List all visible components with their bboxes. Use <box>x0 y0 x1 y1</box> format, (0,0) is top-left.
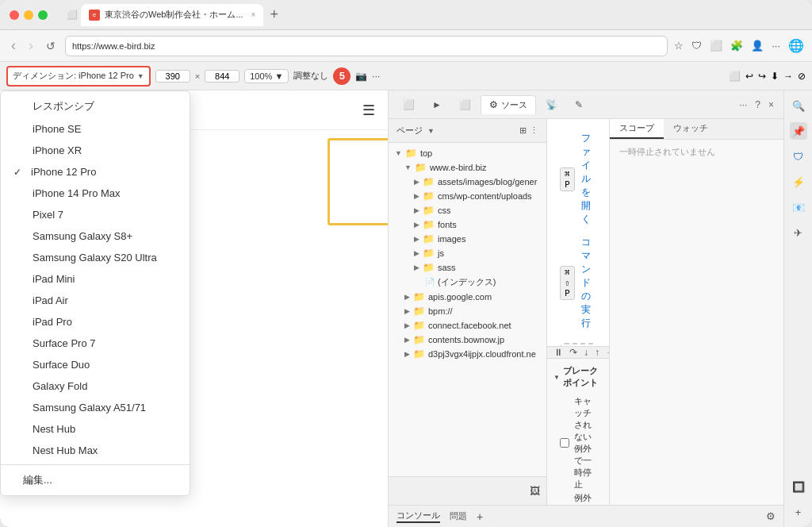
refresh-button[interactable]: ↺ <box>43 38 59 54</box>
tree-item-assets[interactable]: ▶ 📁 assets/images/blog/gener <box>408 175 546 189</box>
tree-item-images[interactable]: ▶ 📁 images <box>408 232 546 246</box>
dt-help-icon[interactable]: ? <box>752 98 764 112</box>
dt-arrow4-icon[interactable]: → <box>783 71 793 82</box>
dropdown-item-galaxys8[interactable]: Samsung Galaxy S8+ <box>1 225 190 247</box>
address-input[interactable]: https://www.e-bird.biz <box>65 36 668 56</box>
step-out-button[interactable]: ↑ <box>595 347 599 358</box>
scope-tab[interactable]: スコープ <box>610 119 664 139</box>
zoom-selector[interactable]: 100% ▼ <box>244 69 289 83</box>
dt-stop-icon[interactable]: ⊘ <box>798 71 806 82</box>
breakpoints-header[interactable]: ▼ ブレークポイント <box>553 362 603 392</box>
tree-label: images <box>438 234 465 244</box>
extensions-icon[interactable]: 🧩 <box>730 40 743 52</box>
back-button[interactable]: ‹ <box>8 36 19 56</box>
plane-sidebar-icon[interactable]: ✈ <box>790 224 807 241</box>
pages-more-icon[interactable]: ⋮ <box>530 125 538 136</box>
add-console-tab-button[interactable]: + <box>477 510 483 523</box>
dropdown-item-pixel7[interactable]: Pixel 7 <box>1 204 190 225</box>
add-sidebar-icon[interactable]: + <box>790 503 807 521</box>
pages-dropdown-icon[interactable]: ▼ <box>427 127 435 135</box>
dropdown-item-responsive[interactable]: レスポンシブ <box>1 94 190 118</box>
dropdown-item-nesthub[interactable]: Nest Hub <box>1 418 190 440</box>
tree-item-bpm[interactable]: ▶ 📁 bpm:// <box>398 304 546 318</box>
open-file-link[interactable]: ファイルを開く <box>581 132 596 226</box>
dropdown-item-galaxyfold[interactable]: Galaxy Fold <box>1 375 190 397</box>
close-button[interactable] <box>10 10 19 20</box>
step-into-button[interactable]: ↓ <box>584 347 588 358</box>
issues-tab[interactable]: 問題 <box>450 510 467 522</box>
dt-close-icon[interactable]: × <box>765 98 777 112</box>
dropdown-item-iphone12pro[interactable]: iPhone 12 Pro <box>1 161 190 183</box>
dropdown-item-ipadair[interactable]: iPad Air <box>1 290 190 311</box>
tree-item-bownow[interactable]: ▶ 📁 contents.bownow.jp <box>398 333 546 347</box>
console-settings-icon[interactable]: ⚙ <box>766 510 776 522</box>
more-options-icon[interactable]: ··· <box>772 40 780 52</box>
dropdown-item-ipadmini[interactable]: iPad Mini <box>1 268 190 290</box>
dt-arrow2-icon[interactable]: ↪ <box>758 71 766 82</box>
shield-sidebar-icon[interactable]: 🛡 <box>790 148 807 165</box>
dropdown-edit-button[interactable]: 編集... <box>1 468 190 492</box>
forward-button[interactable]: › <box>25 36 36 56</box>
tree-item-apis-google[interactable]: ▶ 📁 apis.google.com <box>398 290 546 304</box>
dropdown-item-galaxys20[interactable]: Samsung Galaxy S20 Ultra <box>1 247 190 268</box>
tab-network[interactable]: 📡 <box>538 96 565 113</box>
bookmark-icon[interactable]: ☆ <box>674 40 684 52</box>
tree-item-cloudfront[interactable]: ▶ 📁 d3pj3vgx4ijpjx.cloudfront.ne <box>398 347 546 361</box>
profile-icon[interactable]: 👤 <box>751 40 764 52</box>
minimize-button[interactable] <box>24 10 33 20</box>
mail-sidebar-icon[interactable]: 📧 <box>790 198 807 216</box>
hamburger-icon[interactable]: ☰ <box>362 102 375 119</box>
tree-item-domain[interactable]: ▼ 📁 www.e-bird.biz <box>398 160 546 175</box>
pin-sidebar-icon[interactable]: 📌 <box>790 122 807 140</box>
pages-grid-icon[interactable]: ⊞ <box>519 125 527 136</box>
step-over-button[interactable]: ↷ <box>569 347 577 358</box>
dt-panel-icon[interactable]: ⬜ <box>729 71 741 82</box>
dropdown-item-surfaceduo[interactable]: Surface Duo <box>1 354 190 375</box>
cast-icon[interactable]: ⬜ <box>710 40 722 52</box>
grid-sidebar-icon[interactable]: 🔲 <box>790 478 807 495</box>
tab-console[interactable]: ► <box>424 96 450 113</box>
tab-sources-icon[interactable]: ⬜ <box>451 96 479 113</box>
tree-item-index[interactable]: 📄 (インデックス) <box>408 275 546 290</box>
tree-item-js[interactable]: ▶ 📁 js <box>408 246 546 260</box>
tree-item-top[interactable]: ▼ 📁 top <box>389 146 546 160</box>
dropdown-item-nesthubmax[interactable]: Nest Hub Max <box>1 440 190 461</box>
dropdown-item-iphone14promax[interactable]: iPhone 14 Pro Max <box>1 183 190 204</box>
shield-icon[interactable]: 🛡 <box>691 40 702 52</box>
dt-arrow1-icon[interactable]: ↩ <box>745 71 753 82</box>
browser-tab[interactable]: e 東京渋谷のWeb制作会社・ホーム... × <box>81 4 263 26</box>
dt-more-icon[interactable]: ··· <box>736 98 750 112</box>
search-sidebar-icon[interactable]: 🔍 <box>790 97 807 114</box>
console-tab[interactable]: コンソール <box>396 510 440 523</box>
tree-item-css[interactable]: ▶ 📁 css <box>408 203 546 217</box>
folder-icon: 📁 <box>413 306 425 317</box>
tab-close-button[interactable]: × <box>251 10 256 19</box>
height-input[interactable]: 844 <box>205 70 239 83</box>
tab-sources[interactable]: ⚙ ソース <box>481 95 536 114</box>
width-input[interactable]: 390 <box>155 70 190 83</box>
catch-exceptions-checkbox[interactable] <box>560 438 569 448</box>
dropdown-item-surfacepro7[interactable]: Surface Pro 7 <box>1 333 190 354</box>
dropdown-item-iphonexr[interactable]: iPhone XR <box>1 140 190 161</box>
more-options-icon[interactable]: ··· <box>372 71 380 82</box>
tree-item-fonts[interactable]: ▶ 📁 fonts <box>408 217 546 232</box>
screenshot-icon[interactable]: 📷 <box>355 71 367 82</box>
lightning-sidebar-icon[interactable]: ⚡ <box>790 173 807 190</box>
tree-item-sass[interactable]: ▶ 📁 sass <box>408 260 546 275</box>
maximize-button[interactable] <box>38 10 48 20</box>
tab-elements[interactable]: ⬜ <box>395 96 423 113</box>
tree-item-cms[interactable]: ▶ 📁 cms/wp-content/uploads <box>408 189 546 203</box>
dt-arrow3-icon[interactable]: ⬇ <box>771 71 779 82</box>
dropdown-item-galaxya51[interactable]: Samsung Galaxy A51/71 <box>1 397 190 418</box>
new-tab-button[interactable]: + <box>266 6 282 23</box>
tree-item-facebook[interactable]: ▶ 📁 connect.facebook.net <box>398 318 546 333</box>
tab-pen[interactable]: ✎ <box>567 96 591 113</box>
dropdown-item-iphonese[interactable]: iPhone SE <box>1 118 190 140</box>
run-command-link[interactable]: コマンドの実行 <box>581 236 596 330</box>
pause-button[interactable]: ⏸ <box>553 347 563 358</box>
device-selector[interactable]: ディメンション: iPhone 12 Pro ▼ <box>6 66 151 87</box>
dropdown-item-ipadpro[interactable]: iPad Pro <box>1 311 190 333</box>
watch-tab[interactable]: ウォッチ <box>664 119 718 139</box>
debugger-toolbar: ⏸ ↷ ↓ ↑ → ⊘ <box>547 347 609 359</box>
screenshot-thumbnail-icon[interactable]: 🖼 <box>530 485 540 497</box>
